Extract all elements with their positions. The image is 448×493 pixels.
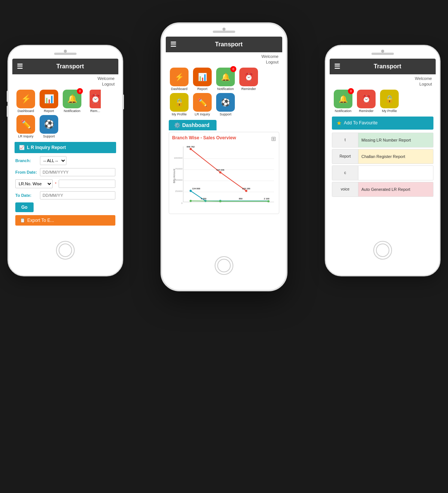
phone-left: ☰ Transport Welcome Logout ⚡ Dashboard 📊… xyxy=(7,45,123,276)
icon-grid-right: 🔔 0 Notification ⏰ Reminder 🔒 My Profile xyxy=(330,87,436,115)
svg-text:230 180: 230 180 xyxy=(242,187,251,190)
to-date-row: To Date: xyxy=(12,190,118,201)
title-left: Transport xyxy=(27,63,114,70)
branch-row: Branch: -- ALL -- xyxy=(12,155,118,167)
icon-reminder-r[interactable]: ⏰ Reminder xyxy=(356,90,377,113)
svg-text:0: 0 xyxy=(181,202,183,204)
svg-text:846 762: 846 762 xyxy=(187,146,195,148)
svg-text:500000: 500000 xyxy=(175,179,183,181)
svg-point-12 xyxy=(190,148,192,150)
icon-notif-left[interactable]: 🔔 0 Notification xyxy=(62,90,83,113)
speaker-right xyxy=(371,53,394,55)
chart-container: Branch Wise - Sales Overview ⊞ Bilty Amo… xyxy=(169,132,279,214)
export-icon: 📋 xyxy=(20,218,25,223)
icon-lr-c[interactable]: ✏️ LR Inquiry xyxy=(192,93,213,116)
report-item-3[interactable]: c xyxy=(332,165,433,180)
svg-text:250000: 250000 xyxy=(175,190,183,192)
branch-select[interactable]: -- ALL -- xyxy=(40,156,66,165)
screen-center: ☰ Transport Welcome Logout ⚡ Dashboard 📊… xyxy=(166,37,282,253)
camera-left xyxy=(64,50,67,53)
report-item-1[interactable]: t Missing LR Number Report xyxy=(332,133,433,148)
dashboard-tab-icon: ⚙️ xyxy=(174,122,180,128)
svg-text:6 250: 6 250 xyxy=(201,198,207,200)
svg-text:2 100: 2 100 xyxy=(264,198,270,200)
header-center: ☰ Transport xyxy=(166,37,282,52)
icon-support-left[interactable]: ⚽ Support xyxy=(38,115,59,138)
icon-report-left[interactable]: 📊 Report xyxy=(38,90,59,113)
speaker-center xyxy=(213,31,235,33)
icon-lr-left[interactable]: ✏️ LR Inquiry xyxy=(15,115,36,138)
icon-notif-c[interactable]: 🔔 0 Notification xyxy=(215,68,236,91)
icon-grid-center: ⚡ Dashboard 📊 Report 🔔 0 Notification ⏰ xyxy=(166,65,282,118)
export-button[interactable]: 📋 Export To E... xyxy=(15,215,115,226)
home-button-left[interactable] xyxy=(56,241,75,260)
sales-chart: Bilty Amount 0 250000 500000 750000 1000… xyxy=(172,143,276,210)
icon-support-c[interactable]: ⚽ Support xyxy=(215,93,236,116)
header-right: ☰ Transport xyxy=(330,59,436,74)
chart-expand-icon[interactable]: ⊞ xyxy=(271,135,276,142)
svg-point-15 xyxy=(190,190,192,192)
icon-report-c[interactable]: 📊 Report xyxy=(192,68,213,91)
icon-dashboard-c[interactable]: ⚡ Dashboard xyxy=(169,68,190,91)
hamburger-right[interactable]: ☰ xyxy=(334,62,340,71)
from-date-row: From Date: xyxy=(12,167,118,178)
dashboard-tab[interactable]: ⚙️ Dashboard xyxy=(169,120,217,130)
icon-notif-r[interactable]: 🔔 0 Notification xyxy=(333,90,354,113)
from-date-input[interactable] xyxy=(40,168,115,176)
sort-input[interactable] xyxy=(59,180,115,188)
svg-text:850: 850 xyxy=(239,198,243,200)
hamburger-left[interactable]: ☰ xyxy=(17,62,23,71)
svg-text:134 800: 134 800 xyxy=(192,187,200,190)
camera-right xyxy=(381,50,384,53)
welcome-bar-left: Welcome Logout xyxy=(12,74,118,87)
camera-center xyxy=(223,28,225,31)
svg-point-19 xyxy=(219,200,221,202)
speaker-left xyxy=(54,53,77,55)
icon-grid-left: ⚡ Dashboard 📊 Report 🔔 0 Notification ⏰ xyxy=(12,87,118,140)
icon-reminder-left-partial[interactable]: ⏰ Rem... xyxy=(85,90,106,113)
star-icon: ★ xyxy=(336,120,342,127)
welcome-bar-center: Welcome Logout xyxy=(166,52,282,65)
svg-point-14 xyxy=(245,190,248,192)
to-date-input[interactable] xyxy=(40,191,115,199)
icon-dashboard-left[interactable]: ⚡ Dashboard xyxy=(15,90,36,113)
phone-center: ☰ Transport Welcome Logout ⚡ Dashboard 📊… xyxy=(161,22,287,291)
sort-select[interactable]: LR.No. Wise xyxy=(15,179,53,188)
icon-reminder-c[interactable]: ⏰ Reminder xyxy=(238,68,259,91)
svg-text:750000: 750000 xyxy=(175,168,183,170)
svg-point-13 xyxy=(219,171,221,173)
phone-right: ☰ Transport Welcome Logout 🔔 0 Notificat… xyxy=(325,45,441,276)
title-right: Transport xyxy=(344,63,431,70)
title-center: Transport xyxy=(180,41,278,48)
go-button[interactable]: Go xyxy=(15,202,34,212)
report-item-2[interactable]: Report Challan Register Report xyxy=(332,149,433,164)
svg-text:424 036: 424 036 xyxy=(216,169,224,171)
icon-profile-c[interactable]: 🔒 My Profile xyxy=(169,93,190,116)
home-button-center[interactable] xyxy=(215,256,233,275)
icon-profile-r[interactable]: 🔒 My Profile xyxy=(379,90,400,113)
svg-text:1000000: 1000000 xyxy=(174,156,183,159)
svg-point-20 xyxy=(267,200,270,202)
svg-point-18 xyxy=(190,200,192,202)
header-left: ☰ Transport xyxy=(12,59,118,74)
report-item-4[interactable]: voice Auto Generated LR Report xyxy=(332,182,433,197)
screen-left: ☰ Transport Welcome Logout ⚡ Dashboard 📊… xyxy=(12,59,118,238)
hamburger-center[interactable]: ☰ xyxy=(170,40,176,49)
sort-row: LR.No. Wise * xyxy=(12,178,118,190)
report-list: t Missing LR Number Report Report Challa… xyxy=(330,131,436,200)
lr-title: 📈 L R Inquiry Report xyxy=(15,142,116,153)
screen-right: ☰ Transport Welcome Logout 🔔 0 Notificat… xyxy=(330,59,436,238)
welcome-bar-right: Welcome Logout xyxy=(330,74,436,87)
home-button-right[interactable] xyxy=(373,241,392,260)
add-favourite-button[interactable]: ★ Add To Favourite xyxy=(332,117,433,130)
